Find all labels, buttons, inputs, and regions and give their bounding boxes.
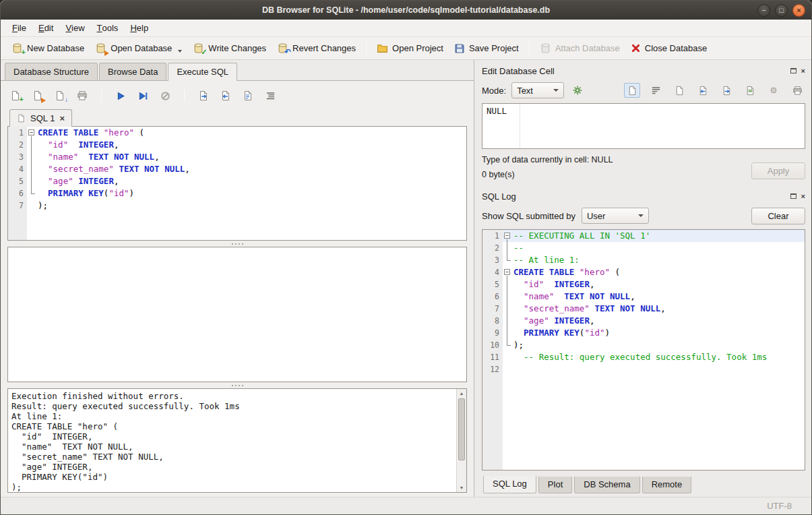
edit-sql-icon[interactable] xyxy=(240,88,256,104)
open-database-dropdown-icon[interactable] xyxy=(178,50,182,53)
scroll-down-icon[interactable]: ▼ xyxy=(457,483,466,492)
save-project-button[interactable]: Save Project xyxy=(449,40,524,57)
menu-item-tools[interactable]: Tools xyxy=(91,20,125,36)
encoding-status: UTF-8 xyxy=(767,501,792,511)
execution-message-pane[interactable]: Execution finished without errors.Result… xyxy=(7,388,467,493)
message-line: CREATE TABLE "hero" ( xyxy=(11,421,453,431)
apply-button[interactable]: Apply xyxy=(751,162,805,179)
close-button[interactable]: × xyxy=(792,4,805,17)
sql-log-filter-value: User xyxy=(587,211,605,221)
write-changes-button[interactable]: ✓ Write Changes xyxy=(187,40,272,57)
import-cell-icon[interactable] xyxy=(695,83,711,98)
export-cell-icon[interactable] xyxy=(718,83,735,98)
message-line: At line 1: xyxy=(11,411,453,421)
left-pane: Database Structure Browse Data Execute S… xyxy=(1,60,474,497)
save-project-label: Save Project xyxy=(469,43,519,53)
close-database-label: Close Database xyxy=(645,43,708,53)
code-line: 4 "secret_name" TEXT NOT NULL, xyxy=(8,163,466,175)
new-database-label: New Database xyxy=(27,43,84,53)
vertical-scrollbar[interactable]: ▲ ▼ xyxy=(456,389,466,492)
text-view-icon[interactable] xyxy=(624,83,640,98)
scrollbar-thumb[interactable] xyxy=(458,398,465,460)
tab-execute-sql[interactable]: Execute SQL xyxy=(168,63,237,81)
save-project-icon xyxy=(454,43,465,54)
scroll-up-icon[interactable]: ▲ xyxy=(457,389,466,398)
edit-cell-dock-header: Edit Database Cell × xyxy=(482,63,805,78)
fold-marker-icon[interactable]: − xyxy=(504,233,510,239)
titlebar[interactable]: DB Browser for SQLite - /home/user/code/… xyxy=(1,1,811,20)
dock-tab-sql-log[interactable]: SQL Log xyxy=(483,476,536,493)
code-line: 1−CREATE TABLE "hero" ( xyxy=(8,127,466,139)
code-line: 1−-- EXECUTING ALL IN 'SQL 1' xyxy=(482,230,805,242)
fold-marker-icon[interactable]: − xyxy=(28,129,34,135)
export-sql-icon[interactable] xyxy=(195,88,212,104)
new-sql-tab-icon[interactable]: + xyxy=(7,88,24,104)
open-project-label: Open Project xyxy=(392,43,443,53)
splitter-handle[interactable] xyxy=(7,382,467,388)
message-line: Execution finished without errors. xyxy=(11,391,453,401)
code-line: 9 PRIMARY KEY("id") xyxy=(482,327,805,339)
undock-icon[interactable] xyxy=(790,193,797,199)
menu-item-help[interactable]: Help xyxy=(124,20,154,36)
close-database-button[interactable]: Close Database xyxy=(625,40,713,56)
new-database-button[interactable]: + New Database xyxy=(6,40,90,57)
dock-tab-remote[interactable]: Remote xyxy=(642,477,692,493)
execute-all-icon[interactable] xyxy=(113,88,129,104)
dock-tab-plot-label: Plot xyxy=(548,479,563,489)
word-wrap-icon[interactable] xyxy=(648,83,664,98)
import-sql-icon[interactable] xyxy=(218,88,234,104)
mode-label: Mode: xyxy=(482,86,506,96)
clear-log-button[interactable]: Clear xyxy=(751,208,805,224)
save-sql-file-icon[interactable]: ↓ xyxy=(52,88,68,104)
code-line: 6 "name" TEXT NOT NULL, xyxy=(482,291,805,303)
print-sql-icon[interactable] xyxy=(74,88,90,104)
revert-changes-button[interactable]: ↶ Revert Changes xyxy=(272,40,361,57)
sql-tab-close-icon[interactable]: × xyxy=(59,114,65,123)
sql-tab-1[interactable]: SQL 1 × xyxy=(9,109,72,127)
cell-value-editor[interactable]: NULL xyxy=(482,103,805,149)
close-database-icon xyxy=(631,43,641,53)
open-database-button[interactable]: Open Database xyxy=(90,40,187,57)
sql-log-filter-combo[interactable]: User xyxy=(582,208,649,224)
dock-close-icon[interactable]: × xyxy=(801,193,805,200)
fold-marker-icon[interactable]: − xyxy=(504,269,510,275)
stop-execution-icon[interactable] xyxy=(157,88,173,104)
tab-database-structure[interactable]: Database Structure xyxy=(5,63,98,80)
dock-tab-db-schema[interactable]: DB Schema xyxy=(574,477,639,493)
code-line: 7); xyxy=(8,200,466,212)
execute-line-icon[interactable] xyxy=(135,88,151,104)
scrollbar-track[interactable] xyxy=(457,461,466,483)
attach-database-button[interactable]: Attach Database xyxy=(534,40,625,57)
minimize-button[interactable]: − xyxy=(757,4,770,17)
open-project-button[interactable]: Open Project xyxy=(371,40,449,57)
menu-item-view[interactable]: View xyxy=(59,20,90,36)
code-line: 4−CREATE TABLE "hero" ( xyxy=(482,266,805,278)
sql-log-viewer[interactable]: 1−-- EXECUTING ALL IN 'SQL 1'2--3-- At l… xyxy=(482,229,805,471)
undock-icon[interactable] xyxy=(790,68,797,73)
dock-close-icon[interactable]: × xyxy=(801,67,805,75)
auto-switch-mode-icon[interactable] xyxy=(569,83,586,98)
code-line: 12 xyxy=(482,363,805,375)
copy-cell-icon[interactable] xyxy=(671,83,687,98)
splitter-handle[interactable] xyxy=(7,241,467,247)
menu-item-edit[interactable]: Edit xyxy=(32,20,59,36)
execution-message-text: Execution finished without errors.Result… xyxy=(8,389,456,492)
write-changes-icon: ✓ xyxy=(193,42,204,54)
results-grid[interactable] xyxy=(7,247,467,382)
mode-combo[interactable]: Text xyxy=(511,82,564,98)
set-null-icon[interactable] xyxy=(766,83,782,98)
maximize-button[interactable]: □ xyxy=(775,4,788,17)
message-line: "name" TEXT NOT NULL, xyxy=(11,442,453,452)
chevron-down-icon xyxy=(638,214,644,217)
app-window: DB Browser for SQLite - /home/user/code/… xyxy=(0,0,812,515)
close-icon: × xyxy=(797,7,801,14)
menu-item-file[interactable]: File xyxy=(6,20,32,36)
save-cell-icon[interactable] xyxy=(742,83,758,98)
tab-browse-data[interactable]: Browse Data xyxy=(99,63,166,80)
format-sql-icon[interactable] xyxy=(262,88,278,104)
dock-tab-plot[interactable]: Plot xyxy=(538,477,572,493)
sql-editor[interactable]: 1−CREATE TABLE "hero" (2 "id" INTEGER,3 … xyxy=(7,126,467,241)
print-cell-icon[interactable] xyxy=(789,83,805,98)
message-line: "age" INTEGER, xyxy=(11,462,453,472)
open-sql-file-icon[interactable] xyxy=(30,88,46,104)
